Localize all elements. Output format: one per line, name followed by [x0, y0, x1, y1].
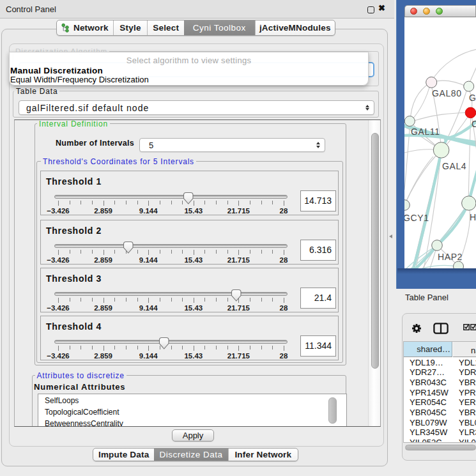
svg-text:GAL11: GAL11	[411, 127, 440, 137]
svg-text:GCY1: GCY1	[404, 213, 429, 223]
svg-text:H: H	[470, 212, 476, 222]
svg-text:HAP2: HAP2	[438, 252, 463, 262]
svg-text:GAL80: GAL80	[432, 88, 462, 98]
svg-text:GA: GA	[469, 93, 476, 103]
svg-text:GAL4: GAL4	[442, 161, 466, 171]
svg-text:C: C	[472, 119, 476, 129]
